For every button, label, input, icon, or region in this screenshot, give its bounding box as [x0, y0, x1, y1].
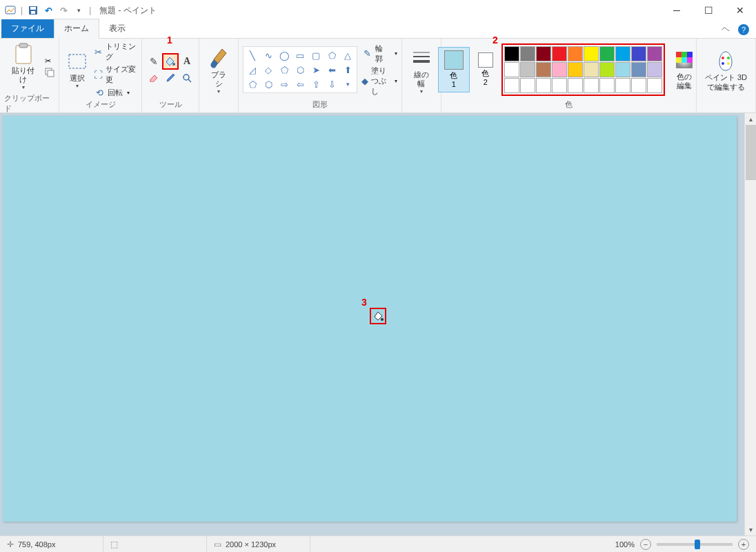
color-picker-tool[interactable]: [163, 70, 178, 86]
paste-button[interactable]: 貼り付け ▾: [4, 41, 42, 92]
title-divider: |: [89, 6, 91, 15]
palette-swatch[interactable]: [520, 62, 535, 77]
shape-arrow-left2[interactable]: ⇦: [292, 77, 308, 91]
brushes-button[interactable]: ブラシ ▾: [203, 46, 234, 96]
paint3d-button[interactable]: ペイント 3D で編集する: [701, 48, 751, 92]
help-icon[interactable]: ?: [738, 24, 749, 35]
shape-polygon[interactable]: ⬠: [324, 48, 339, 62]
undo-icon[interactable]: ↶: [41, 3, 56, 18]
palette-swatch[interactable]: [536, 78, 551, 93]
scroll-thumb[interactable]: [746, 125, 756, 180]
palette-swatch[interactable]: [599, 46, 615, 61]
svg-rect-7: [48, 70, 54, 77]
palette-swatch[interactable]: [552, 46, 567, 61]
paint3d-icon: [715, 50, 737, 72]
eraser-tool[interactable]: [146, 70, 161, 86]
palette-swatch[interactable]: [599, 78, 615, 93]
tab-home[interactable]: ホーム: [54, 19, 99, 39]
magnifier-tool[interactable]: [179, 70, 195, 86]
palette-swatch[interactable]: [568, 62, 583, 77]
status-canvas-size: ▭ 2000 × 1230px: [207, 536, 310, 552]
palette-swatch[interactable]: [568, 78, 583, 93]
edit-colors-button[interactable]: 色の 編集: [669, 48, 699, 92]
fill-tool[interactable]: [163, 54, 178, 69]
collapse-ribbon-icon[interactable]: ヘ: [716, 21, 735, 38]
close-button[interactable]: ✕: [724, 0, 756, 21]
maximize-button[interactable]: ☐: [693, 0, 724, 21]
palette-swatch[interactable]: [584, 46, 599, 61]
zoom-out-button[interactable]: −: [640, 539, 651, 550]
palette-swatch[interactable]: [584, 78, 599, 93]
rotate-button[interactable]: ⟲回転▾: [94, 87, 137, 98]
group-label: クリップボード: [4, 92, 54, 115]
scroll-up-icon[interactable]: ▴: [745, 113, 756, 125]
palette-swatch[interactable]: [615, 46, 630, 61]
shape-arrow-left[interactable]: ⬅: [324, 63, 339, 77]
palette-swatch[interactable]: [647, 78, 662, 93]
palette-swatch[interactable]: [552, 78, 567, 93]
shape-arrow-up2[interactable]: ⇧: [308, 77, 324, 91]
shape-hexagon2[interactable]: ⬡: [261, 77, 276, 91]
stroke-width-button[interactable]: 線の幅 ▾: [406, 46, 437, 96]
shape-triangle[interactable]: △: [340, 48, 355, 62]
crop-button[interactable]: ✂トリミング: [94, 41, 137, 62]
zoom-slider[interactable]: [657, 543, 733, 546]
palette-swatch[interactable]: [647, 46, 662, 61]
palette-swatch[interactable]: [631, 78, 646, 93]
shape-arrow-down[interactable]: ⇩: [324, 77, 339, 91]
palette-swatch[interactable]: [504, 62, 519, 77]
tab-view[interactable]: 表示: [99, 19, 135, 38]
shape-right-triangle[interactable]: ◿: [245, 63, 260, 77]
palette-swatch[interactable]: [647, 62, 662, 77]
shape-hexagon[interactable]: ⬡: [292, 63, 308, 77]
shape-diamond[interactable]: ◇: [261, 63, 276, 77]
redo-icon[interactable]: ↷: [56, 3, 71, 18]
shape-arrow-right2[interactable]: ⇨: [277, 77, 292, 91]
shape-pentagon2[interactable]: ⬠: [245, 77, 260, 91]
group-image: 選択 ▾ ✂トリミング ⛶サイズ変更 ⟲回転▾ イメージ: [59, 39, 142, 112]
shape-rect[interactable]: ▭: [292, 48, 308, 62]
shape-line[interactable]: ╲: [245, 48, 260, 62]
palette-swatch[interactable]: [599, 62, 615, 77]
shape-curve[interactable]: ∿: [261, 48, 276, 62]
shape-oval[interactable]: ◯: [277, 48, 292, 62]
palette-swatch[interactable]: [520, 78, 535, 93]
vertical-scrollbar[interactable]: ▴ ▾: [744, 113, 756, 535]
palette-swatch[interactable]: [631, 62, 646, 77]
outline-button[interactable]: ✎輪郭▾: [361, 43, 397, 64]
shape-roundrect[interactable]: ▢: [308, 48, 324, 62]
palette-swatch[interactable]: [615, 78, 630, 93]
qat-dropdown-icon[interactable]: ▾: [71, 3, 86, 18]
select-button[interactable]: 選択 ▾: [63, 49, 91, 90]
color2-button[interactable]: 色 2: [474, 51, 497, 88]
palette-swatch[interactable]: [552, 62, 567, 77]
shapes-gallery[interactable]: ╲ ∿ ◯ ▭ ▢ ⬠ △ ◿ ◇ ⬠ ⬡ ➤ ⬅ ⬆ ⬠ ⬡ ⇨ ⇦ ⇧ ⇩: [243, 46, 357, 93]
shape-arrow-right[interactable]: ➤: [308, 63, 324, 77]
pencil-tool[interactable]: ✎: [146, 54, 161, 69]
minimize-button[interactable]: ─: [661, 0, 693, 21]
palette-swatch[interactable]: [504, 78, 519, 93]
zoom-in-button[interactable]: +: [738, 539, 749, 550]
palette-swatch[interactable]: [504, 46, 519, 61]
cut-icon[interactable]: ✂: [45, 57, 54, 66]
save-icon[interactable]: [26, 3, 41, 18]
shape-arrow-up[interactable]: ⬆: [340, 63, 355, 77]
color1-button[interactable]: 色 1: [438, 47, 470, 92]
scroll-down-icon[interactable]: ▾: [745, 524, 756, 535]
shapes-more[interactable]: ▾: [340, 77, 355, 91]
text-tool[interactable]: A: [179, 54, 195, 69]
shape-pentagon[interactable]: ⬠: [277, 63, 292, 77]
zoom-knob[interactable]: [695, 540, 700, 549]
palette-swatch[interactable]: [631, 46, 646, 61]
crosshair-icon: ✛: [7, 540, 14, 549]
palette-swatch[interactable]: [584, 62, 599, 77]
copy-icon[interactable]: [45, 68, 54, 77]
palette-swatch[interactable]: [568, 46, 583, 61]
resize-button[interactable]: ⛶サイズ変更: [94, 64, 137, 85]
palette-swatch[interactable]: [536, 46, 551, 61]
tab-file[interactable]: ファイル: [1, 19, 54, 38]
palette-swatch[interactable]: [520, 46, 535, 61]
fill-button[interactable]: ◆塗りつぶし▾: [361, 66, 397, 97]
palette-swatch[interactable]: [615, 62, 630, 77]
palette-swatch[interactable]: [536, 62, 551, 77]
